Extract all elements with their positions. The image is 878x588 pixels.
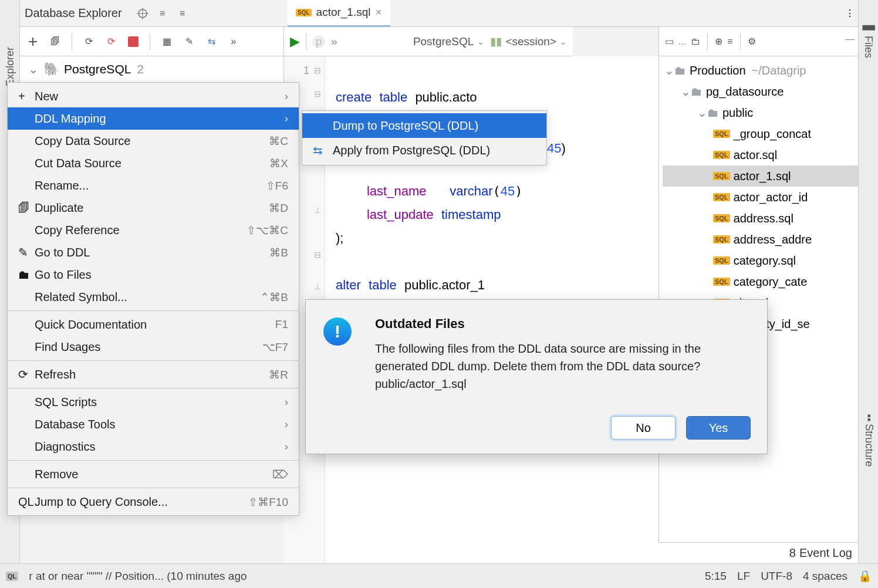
expand-icon[interactable]: ≡ (727, 36, 732, 47)
menu-item-copy-data-source[interactable]: Copy Data Source⌘C (8, 130, 299, 152)
file-item[interactable]: SQLactor_actor_id (663, 187, 858, 208)
menu-item-find-usages[interactable]: Find Usages⌥F7 (8, 336, 299, 358)
files-tab[interactable]: ▋ Files (862, 25, 875, 58)
hide-panel-icon[interactable]: — (845, 34, 855, 45)
sql-file-icon: SQL (713, 130, 730, 138)
menu-item-ddl-mapping[interactable]: DDL Mapping› (8, 107, 299, 130)
folder-open-icon[interactable]: 🗀 (691, 36, 700, 47)
indent[interactable]: 4 spaces (803, 570, 847, 583)
menu-separator (8, 388, 299, 388)
folder-icon: 🖿 (674, 64, 686, 77)
no-button[interactable]: No (611, 416, 676, 440)
menu-item-rename[interactable]: Rename...⇧F6 (8, 174, 299, 197)
yes-button[interactable]: Yes (686, 416, 751, 440)
folder-icon: ▋ (862, 25, 875, 33)
run-icon[interactable]: ▶ (290, 34, 300, 49)
encoding[interactable]: UTF-8 (761, 570, 792, 583)
menu-item-copy-reference[interactable]: Copy Reference⇧⌥⌘C (8, 219, 299, 241)
refresh-icon[interactable]: ⟳ (80, 33, 97, 50)
shortcut: ⌘B (269, 246, 288, 259)
stop-icon[interactable] (125, 33, 141, 50)
expand-toolbar[interactable]: » (331, 35, 337, 48)
menu-item-sql-scripts[interactable]: SQL Scripts› (8, 391, 299, 413)
file-item[interactable]: SQLcategory.sql (663, 250, 858, 271)
menu-item-label: Database Tools (35, 418, 285, 431)
tree-schema[interactable]: ⌄ 🖿 public (663, 102, 858, 123)
datasource-count: 2 (137, 62, 144, 76)
line-ending[interactable]: LF (737, 570, 750, 583)
menu-item-related-symbol[interactable]: Related Symbol...⌃⌘B (8, 286, 299, 308)
shortcut: F1 (275, 318, 288, 331)
menu-item-remove[interactable]: Remove⌦ (8, 463, 299, 485)
line-number: 1 (303, 65, 309, 77)
menu-item-jump-to-query-console[interactable]: QLJump to Query Console...⇧⌘F10 (8, 491, 299, 513)
file-item[interactable]: SQL_group_concat (663, 123, 858, 144)
menu-item-go-to-files[interactable]: 🖿Go to Files (8, 263, 299, 286)
datasource-selector[interactable]: PostgreSQL ⌄ (413, 35, 485, 48)
menu-item-quick-documentation[interactable]: Quick DocumentationF1 (8, 313, 299, 336)
editor-tab-active[interactable]: SQL actor_1.sql × (288, 0, 390, 27)
kw-alter: alter (336, 278, 361, 292)
menu-item-refresh[interactable]: ⟳Refresh⌘R (8, 363, 299, 386)
compare-icon[interactable]: ⇆ (203, 33, 220, 50)
fold-icon[interactable]: ⊟ (314, 250, 321, 259)
file-item[interactable]: SQLaddress.sql (663, 208, 858, 229)
chevron-right-icon: › (285, 396, 288, 408)
collapse-all-icon[interactable]: ≡ (175, 6, 190, 21)
target-icon[interactable]: ⊕ (715, 36, 722, 47)
submenu-item-dump-to-postgresql-ddl[interactable]: Dump to PostgreSQL (DDL) (302, 113, 546, 138)
menu-item-label: Copy Reference (35, 224, 246, 237)
tab-more-icon[interactable]: ⋮ (845, 8, 855, 19)
event-log-button[interactable]: 8 Event Log (658, 542, 858, 563)
console-icon[interactable]: QL (6, 572, 18, 581)
edit-icon[interactable]: ✎ (181, 33, 197, 50)
caret-position[interactable]: 5:15 (705, 570, 727, 583)
lock-icon[interactable]: 🔒 (858, 569, 872, 583)
shortcut: ⌦ (272, 468, 288, 481)
file-name: category_cate (734, 275, 808, 289)
menu-item-diagnostics[interactable]: Diagnostics› (8, 435, 299, 458)
sql-file-icon: SQL (296, 9, 312, 16)
close-paren: ); (336, 231, 343, 245)
expand-all-icon[interactable]: ≡ (155, 6, 170, 21)
close-icon[interactable]: × (376, 6, 382, 19)
editor-run-toolbar: ▶ p » PostgreSQL ⌄ ▮▮ <session> ⌄ (284, 27, 573, 56)
schema-chip[interactable]: p (312, 35, 325, 48)
duplicate-icon[interactable]: 🗐 (47, 33, 63, 50)
menu-item-duplicate[interactable]: 🗐Duplicate⌘D (8, 197, 299, 219)
file-name: actor.sql (734, 148, 777, 162)
menu-item-database-tools[interactable]: Database Tools› (8, 413, 299, 435)
database-tree-root[interactable]: ⌄ 🐘 PostgreSQL 2 (20, 56, 284, 82)
submenu-item-apply-from-postgresql-ddl[interactable]: ⇆Apply from PostgreSQL (DDL) (302, 138, 546, 163)
gear-icon[interactable]: ⚙ (748, 36, 756, 47)
file-name: category.sql (734, 254, 796, 268)
menu-item-go-to-ddl[interactable]: ✎Go to DDL⌘B (8, 241, 299, 263)
fold-icon[interactable]: ⊟ (314, 66, 321, 75)
sync-icon[interactable]: ⟳ (103, 33, 119, 50)
file-item[interactable]: SQLaddress_addre (663, 229, 858, 250)
fold-icon[interactable]: ⊟ (314, 89, 321, 99)
add-icon[interactable] (25, 33, 41, 50)
chevron-right-icon: › (285, 418, 288, 431)
select-opened-icon[interactable]: ▭ (665, 36, 674, 47)
menu-item-cut-data-source[interactable]: Cut Data Source⌘X (8, 152, 299, 174)
file-item[interactable]: SQLactor_1.sql (663, 165, 858, 187)
pencil-icon: ✎ (18, 245, 35, 259)
num: 45 (501, 184, 515, 198)
menu-separator (8, 360, 299, 361)
more-icon[interactable]: » (225, 33, 242, 50)
chevron-right-icon: › (285, 90, 288, 103)
structure-tab[interactable]: ▪▪ Structure (862, 414, 874, 467)
menu-item-new[interactable]: +New› (8, 85, 299, 107)
session-selector[interactable]: ▮▮ <session> ⌄ (490, 35, 567, 48)
tree-root[interactable]: ⌄ 🖿 Production ~/Datagrip (663, 60, 858, 81)
target-icon[interactable] (135, 6, 150, 21)
file-item[interactable]: SQLcategory_cate (663, 271, 858, 292)
files-tab-label: Files (862, 36, 874, 58)
file-item[interactable]: SQLactor.sql (663, 144, 858, 165)
apply-icon: ⇆ (313, 143, 333, 157)
root-label: Production (690, 64, 746, 77)
code-fragment: 45) (547, 141, 566, 156)
tree-datasource[interactable]: ⌄ 🖿 pg_datasource (663, 81, 858, 102)
table-icon[interactable]: ▦ (158, 33, 175, 50)
